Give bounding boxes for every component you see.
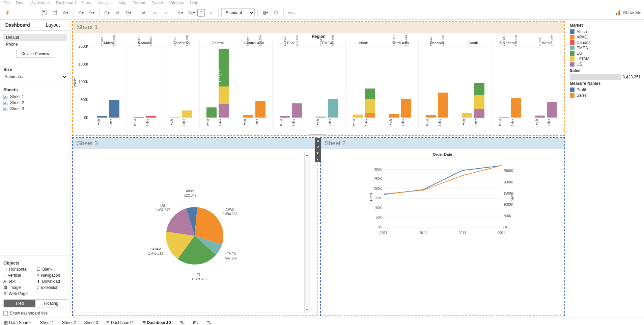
show-title-checkbox[interactable] <box>3 311 8 316</box>
sheet1-container[interactable]: Sheet 1 Region Value 0K 500K 1000K 1500K… <box>72 21 565 136</box>
menu-data[interactable]: Data <box>16 1 24 5</box>
obj-image[interactable]: 🖼 Image <box>3 285 34 290</box>
text-label-icon[interactable]: T <box>197 9 205 17</box>
obj-extension[interactable]: ⤴ Extension <box>37 285 67 290</box>
clear-icon[interactable]: ⊟▾ <box>124 8 133 18</box>
legend-item[interactable]: Africa <box>570 29 641 34</box>
legend-item[interactable]: US <box>570 61 641 67</box>
menu-analysis[interactable]: Analysis <box>97 1 113 5</box>
tab-sheet2[interactable]: Sheet 2 <box>58 319 80 325</box>
show-cards-icon[interactable]: ▦▾ <box>260 8 270 18</box>
menu-map[interactable]: Map <box>118 1 126 5</box>
profit-bar[interactable]: 21,272 <box>170 47 180 118</box>
menu-server[interactable]: Server <box>151 1 163 5</box>
device-default[interactable]: Default <box>3 34 67 41</box>
sort-asc-icon[interactable]: ↓≡ <box>150 8 159 18</box>
profit-bar[interactable]: 84,313 <box>243 47 253 118</box>
new-sheet-icon[interactable]: ⊞₊ <box>175 319 189 325</box>
redo-icon[interactable]: ↷▾ <box>87 8 96 18</box>
more-icon[interactable]: ▾ <box>315 156 321 162</box>
obj-blank[interactable]: ☐ Blank <box>37 267 67 272</box>
profit-bar[interactable] <box>462 47 472 118</box>
sales-bar[interactable]: 462,472 <box>547 47 557 118</box>
new-worksheet-icon[interactable]: ⊞▾ <box>102 8 112 18</box>
duplicate-icon[interactable]: ⧉ <box>113 8 122 18</box>
sales-bar[interactable]: 219,748 <box>182 47 192 118</box>
sheet-item-1[interactable]: Sheet 1 <box>3 94 67 100</box>
floating-button[interactable]: Floating <box>35 300 67 307</box>
sheet-item-3[interactable]: Sheet 3 <box>3 106 67 112</box>
profit-bar[interactable]: 83,510 <box>426 47 436 118</box>
sales-bar[interactable] <box>365 47 375 118</box>
obj-navigation[interactable]: ⎘ Navigation <box>37 273 67 278</box>
obj-horizontal[interactable]: ▭ Horizontal <box>3 267 34 272</box>
new-data-icon[interactable]: + <box>50 8 60 18</box>
sales-bar[interactable]: 547,278 <box>328 47 338 118</box>
highlight-icon[interactable]: ✎▾ <box>176 8 185 18</box>
fit-dropdown[interactable]: Standard <box>221 8 255 17</box>
sales-bar[interactable] <box>474 47 484 118</box>
data-source-tab[interactable]: ▦ Data Source <box>0 319 36 325</box>
profit-bar[interactable] <box>206 47 217 118</box>
sort-desc-icon[interactable]: ↑≡ <box>161 8 170 18</box>
menu-window[interactable]: Window <box>169 1 184 5</box>
menu-file[interactable]: File <box>3 1 10 5</box>
tableau-logo-icon[interactable] <box>3 8 12 18</box>
legend-item[interactable]: Sales <box>570 93 641 98</box>
tab-sheet3[interactable]: Sheet 3 <box>80 319 102 325</box>
legend-item[interactable]: EU <box>570 51 641 56</box>
profit-bar[interactable]: 113,307 <box>389 47 399 118</box>
legend-item[interactable]: APAC <box>570 34 641 40</box>
menu-format[interactable]: Format <box>133 1 145 5</box>
sales-bar[interactable]: 1,163,161 <box>219 47 229 118</box>
show-me-button[interactable]: Show Me <box>616 10 641 16</box>
new-dashboard-icon[interactable]: ⊞₊ <box>189 319 202 325</box>
attach-icon[interactable]: 📎▾ <box>187 8 196 18</box>
sheet-item-2[interactable]: Sheet 2 <box>3 100 67 106</box>
new-story-icon[interactable]: ⊡₊ <box>202 319 216 325</box>
menu-story[interactable]: Story <box>82 1 91 5</box>
swap-icon[interactable]: ⇄ <box>139 8 148 18</box>
profit-bar[interactable]: 65,596 <box>535 47 545 118</box>
legend-item[interactable]: LATAM <box>570 56 641 61</box>
sheet3-container[interactable]: Sheet 3 Africa522,049APAC2,394,993EMEA54… <box>72 137 317 316</box>
menu-worksheet[interactable]: Worksheet <box>31 1 50 5</box>
legend-item[interactable]: Canada <box>570 40 641 45</box>
share-icon[interactable]: ⚬⟜ <box>286 8 296 18</box>
resize-grip[interactable] <box>309 134 326 136</box>
undo-icon[interactable]: ↶▾ <box>76 8 86 18</box>
tab-dashboard[interactable]: Dashboard <box>0 20 35 30</box>
sales-bar[interactable]: 421,452 <box>292 47 302 118</box>
device-phone[interactable]: Phone <box>3 41 67 48</box>
scrollbar-vertical[interactable]: ▲ ▼ <box>304 152 310 312</box>
profit-bar[interactable] <box>353 47 363 118</box>
remove-icon[interactable]: ✕ <box>315 138 321 144</box>
obj-webpage[interactable]: ⊕ Web Page <box>3 291 34 296</box>
sales-bar[interactable]: 503,574 <box>255 47 265 118</box>
size-dropdown[interactable]: Automatic <box>3 73 67 80</box>
device-preview-button[interactable]: Device Preview <box>16 50 54 58</box>
tab-dashboard2[interactable]: ⊞ Dashboard 2 <box>138 318 176 325</box>
obj-vertical[interactable]: ▯ Vertical <box>3 273 34 278</box>
profit-bar[interactable]: 58,912 <box>97 47 107 118</box>
legend-item[interactable]: Profit <box>570 87 641 93</box>
tab-layout[interactable]: Layout <box>35 20 71 30</box>
menu-help[interactable]: Help <box>190 1 198 5</box>
tab-dashboard1[interactable]: ⊞ Dashboard 1 <box>102 319 138 325</box>
profit-bar[interactable]: 12,487 <box>134 47 144 118</box>
sales-bar[interactable]: 46,052 <box>146 47 156 118</box>
sales-bar[interactable]: 573,979 <box>511 47 521 118</box>
forward-icon[interactable]: → <box>29 8 38 18</box>
sheet2-container[interactable]: ✕ ↗ ▼ ▾ Sheet 2 Order Date 0K50K100K150K… <box>320 137 565 316</box>
tab-sheet1[interactable]: Sheet 1 <box>36 319 58 325</box>
goto-icon[interactable]: ↗ <box>315 144 321 150</box>
sales-bar[interactable]: 570,444 <box>401 47 411 118</box>
profit-bar[interactable]: 12,733 <box>499 47 509 118</box>
sales-bar[interactable]: 746,996 <box>438 47 448 118</box>
save-icon[interactable] <box>39 8 49 18</box>
filter-icon[interactable]: ▼ <box>315 150 321 156</box>
tiled-button[interactable]: Tiled <box>4 300 35 307</box>
back-icon[interactable]: ← <box>18 8 27 18</box>
menu-dashboard[interactable]: Dashboard <box>56 1 76 5</box>
profit-bar[interactable]: 38,619 <box>316 47 326 118</box>
